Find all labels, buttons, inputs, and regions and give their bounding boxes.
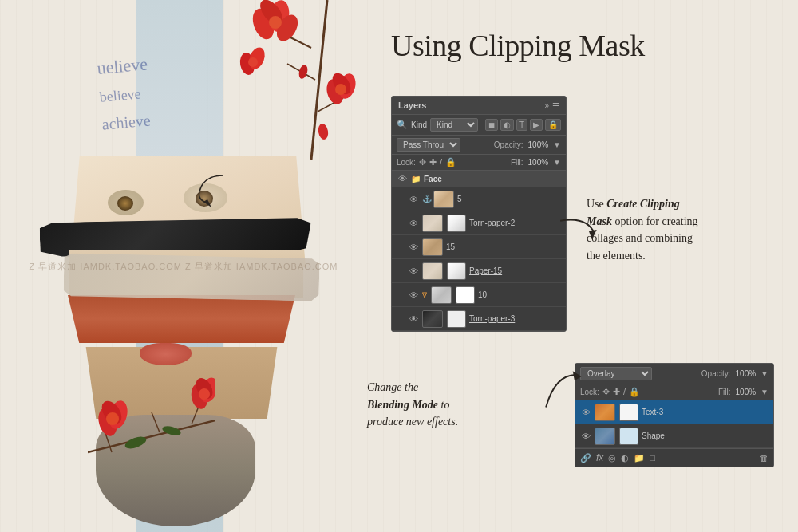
lock-artboard-icon[interactable]: / <box>440 157 442 167</box>
panel-header-icons: » ☰ <box>544 101 559 110</box>
group-name: Face <box>424 175 442 183</box>
eye-icon-shape[interactable]: 👁 <box>580 432 591 441</box>
layer-name-tornpaper2: Torn-paper-2 <box>469 219 561 227</box>
svg-point-8 <box>269 16 282 29</box>
layer-row-shape[interactable]: 👁 Shape <box>575 424 773 448</box>
eye-icon-tornpaper2[interactable]: 👁 <box>408 219 419 228</box>
new-group-icon[interactable]: 📁 <box>634 453 645 463</box>
fx-icon[interactable]: fx <box>596 452 603 463</box>
link-icon[interactable]: 🔗 <box>580 453 591 463</box>
lock-all-icon[interactable]: 🔒 <box>445 157 456 167</box>
layer-row-tornpaper2[interactable]: 👁 Torn-paper-2 <box>392 211 566 235</box>
eye-icon-tornpaper3[interactable]: 👁 <box>408 314 419 324</box>
layer-name-15: 15 <box>446 242 561 251</box>
overlay-panel-bottom-bar: 🔗 fx ◎ ◐ 📁 □ 🗑 <box>575 448 773 467</box>
collage-area: uelieve believe achieve raghmagic <box>0 0 367 532</box>
layers-panel[interactable]: Layers » ☰ 🔍 Kind Kind ◼ ◐ T ▶ 🔒 <box>391 96 567 332</box>
layer-row-15[interactable]: 👁 15 <box>392 235 566 259</box>
overlay-fill-dropdown-icon[interactable]: ▼ <box>760 388 768 396</box>
overlay-lock-pos-icon[interactable]: ✚ <box>613 387 620 397</box>
overlay-lock-check-icon[interactable]: ✥ <box>602 387 610 397</box>
svg-point-10 <box>336 72 358 100</box>
blend-row: Pass Through Opacity: 100% ▼ <box>392 136 566 155</box>
layer-row-paper15[interactable]: 👁 Paper-15 <box>392 259 566 283</box>
svg-point-6 <box>256 0 286 28</box>
arrow-to-layers <box>555 211 601 254</box>
eye-left <box>108 190 144 215</box>
layer-thumb-10 <box>431 286 452 304</box>
delete-icon[interactable]: 🗑 <box>760 453 768 463</box>
filter-type-icon[interactable]: T <box>516 119 527 131</box>
svg-point-16 <box>298 64 309 80</box>
fill-label: Fill: <box>511 158 523 167</box>
layer-row-tornpaper3[interactable]: 👁 Torn-paper-3 <box>392 307 566 331</box>
eye-icon-group[interactable]: 👁 <box>397 174 408 183</box>
page-title: Using Clipping Mask <box>391 28 645 63</box>
mask-circle-icon[interactable]: ◎ <box>608 453 616 463</box>
filter-smart-icon[interactable]: 🔒 <box>545 119 561 131</box>
layer-thumb-tornpaper2 <box>422 215 443 232</box>
fill-dropdown-icon[interactable]: ▼ <box>553 158 561 167</box>
overlay-fill-label: Fill: <box>718 388 731 396</box>
lock-position-icon[interactable]: ✚ <box>429 157 437 167</box>
adjustment-icon[interactable]: ◐ <box>621 453 629 463</box>
torn-paper-curl <box>196 171 227 211</box>
panel-menu-icon[interactable]: ☰ <box>552 101 559 110</box>
hair <box>68 295 295 343</box>
layer-name-tornpaper3: Torn-paper-3 <box>469 314 561 323</box>
svg-marker-33 <box>589 230 598 240</box>
overlay-opacity-dropdown-icon[interactable]: ▼ <box>760 369 768 378</box>
layer-mask-10 <box>456 286 475 304</box>
panel-expand-icon[interactable]: » <box>544 101 549 110</box>
svg-line-1 <box>279 32 311 48</box>
layer-name-paper15: Paper-15 <box>469 266 561 275</box>
svg-point-4 <box>249 6 278 42</box>
opacity-dropdown-icon[interactable]: ▼ <box>553 140 561 149</box>
panel-title: Layers <box>398 100 426 110</box>
eye-icon-text3[interactable]: 👁 <box>580 408 591 417</box>
new-layer-icon[interactable]: □ <box>650 453 655 463</box>
filter-row: 🔍 Kind Kind ◼ ◐ T ▶ 🔒 <box>392 115 566 136</box>
lock-icons: ✥ ✚ / 🔒 <box>419 157 456 167</box>
lock-label: Lock: <box>397 158 416 167</box>
filter-pixel-icon[interactable]: ◼ <box>485 119 498 131</box>
overlay-panel[interactable]: Overlay Opacity: 100% ▼ Lock: ✥ ✚ / 🔒 Fi… <box>575 363 774 467</box>
lips <box>140 343 192 365</box>
eye-icon-paper15[interactable]: 👁 <box>408 266 419 276</box>
torn-strip-light <box>64 253 320 301</box>
layer-row-5[interactable]: 👁 ⚓ 5 <box>392 187 566 211</box>
face-group-header[interactable]: 👁 📁 Face <box>392 171 566 187</box>
eye-icon-layer5[interactable]: 👁 <box>408 195 419 204</box>
layer-row-10[interactable]: 👁 ∇ 10 <box>392 283 566 307</box>
svg-point-5 <box>267 0 292 33</box>
overlay-lock-all-icon[interactable]: 🔒 <box>629 387 640 397</box>
filter-search-icon: 🔍 <box>397 120 408 130</box>
overlay-blend-row: Overlay Opacity: 100% ▼ <box>575 364 773 384</box>
svg-line-3 <box>318 96 347 112</box>
lock-checkerboard-icon[interactable]: ✥ <box>419 157 426 167</box>
layer-thumb-tornpaper3 <box>422 310 443 328</box>
filter-kind-label: Kind <box>411 120 427 129</box>
folder-icon: 📁 <box>411 175 421 183</box>
annotation-bold-1: Create ClippingMask <box>587 198 680 227</box>
svg-point-9 <box>324 77 346 106</box>
layer-name-shape: Shape <box>642 432 768 440</box>
eye-icon-layer10[interactable]: 👁 <box>408 290 419 300</box>
blend-mode-select[interactable]: Pass Through <box>397 138 460 152</box>
filter-adjust-icon[interactable]: ◐ <box>500 119 514 131</box>
annotation-blending-mode: Change theBlending Mode toproduce new ef… <box>367 379 555 431</box>
svg-line-0 <box>311 0 327 160</box>
layer-row-text3[interactable]: 👁 Text-3 <box>575 400 773 424</box>
filter-kind-select[interactable]: Kind <box>430 118 478 132</box>
layer-mask-tornpaper2 <box>447 215 466 232</box>
eye-icon-layer15[interactable]: 👁 <box>408 242 419 252</box>
overlay-opacity-label: Opacity: <box>701 369 731 378</box>
overlay-blend-select[interactable]: Overlay <box>580 367 652 380</box>
filter-shape-icon[interactable]: ▶ <box>530 119 543 131</box>
svg-point-11 <box>329 70 354 98</box>
overlay-lock-slash-icon[interactable]: / <box>623 387 626 397</box>
opacity-label: Opacity: <box>494 140 523 149</box>
layer-mask-tornpaper3 <box>447 310 466 328</box>
svg-marker-32 <box>203 199 211 207</box>
layer-name-text3: Text-3 <box>642 408 768 416</box>
